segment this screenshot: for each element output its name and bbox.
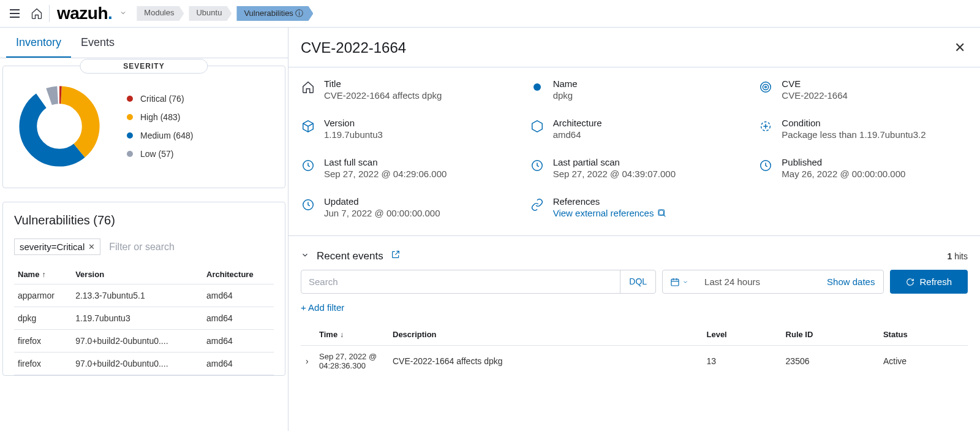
dot-icon: [127, 114, 133, 120]
home-icon[interactable]: [31, 7, 43, 20]
search-input[interactable]: Filter or search: [109, 242, 175, 253]
refresh-button[interactable]: Refresh: [890, 270, 968, 294]
tab-inventory[interactable]: Inventory: [6, 28, 71, 58]
clock-icon: [301, 197, 315, 212]
rule-id-link[interactable]: 23506: [781, 346, 878, 377]
field-version: Version1.19.7ubuntu3: [301, 118, 510, 140]
add-filter-button[interactable]: + Add filter: [288, 300, 980, 324]
svg-point-16: [659, 210, 664, 215]
dql-button[interactable]: DQL: [620, 270, 655, 293]
table-row[interactable]: › Sep 27, 2022 @ 04:28:36.300 CVE-2022-1…: [301, 346, 968, 377]
tab-events[interactable]: Events: [71, 28, 124, 58]
close-button[interactable]: ✕: [952, 37, 968, 58]
hexagon-icon: [530, 119, 545, 134]
filter-pill-severity[interactable]: severity=Critical ✕: [14, 238, 100, 255]
calendar-icon: [670, 277, 680, 287]
detail-title: CVE-2022-1664: [301, 39, 406, 56]
view-references-link[interactable]: View external references: [553, 208, 668, 218]
topbar: wazuh. Modules Ubuntu Vulnerabilities ⓘ: [0, 0, 980, 28]
chevron-down-icon: [682, 279, 688, 285]
svg-point-7: [765, 86, 767, 88]
recent-hits: 1 hits: [948, 251, 968, 261]
package-icon: [301, 119, 315, 134]
breadcrumb: Modules Ubuntu Vulnerabilities ⓘ: [137, 6, 313, 21]
divider: [49, 5, 50, 22]
svg-point-5: [761, 82, 771, 93]
severity-donut-chart: [10, 77, 108, 175]
home-icon: [301, 80, 315, 94]
target-icon: [758, 80, 773, 94]
legend-high[interactable]: High (483): [127, 112, 193, 122]
col-version[interactable]: Version: [72, 265, 203, 284]
inspect-icon: [657, 208, 667, 218]
table-row[interactable]: dpkg1.19.7ubuntu3amd64: [14, 307, 274, 330]
svg-rect-19: [671, 279, 679, 286]
dot-icon: [127, 96, 133, 102]
show-dates-button[interactable]: Show dates: [818, 270, 883, 293]
crumb-os[interactable]: Ubuntu: [189, 6, 232, 21]
dot-icon: [127, 151, 133, 157]
recent-events-title: Recent events: [317, 250, 383, 262]
sort-desc-icon: ↓: [340, 330, 344, 339]
field-title: TitleCVE-2022-1664 affects dpkg: [301, 78, 510, 101]
vulnerabilities-card: Vulnerabilities (76) severity=Critical ✕…: [2, 202, 285, 376]
svg-marker-8: [532, 121, 542, 132]
field-references: References View external references: [530, 196, 739, 218]
legend-low[interactable]: Low (57): [127, 149, 193, 159]
crumb-modules[interactable]: Modules: [137, 6, 184, 21]
legend-medium[interactable]: Medium (648): [127, 131, 193, 140]
severity-legend: Critical (76) High (483) Medium (648) Lo…: [127, 94, 193, 159]
col-rule-id[interactable]: Rule ID: [781, 324, 878, 346]
hamburger-icon: [10, 9, 20, 18]
col-status[interactable]: Status: [878, 324, 968, 346]
col-description[interactable]: Description: [388, 324, 701, 346]
table-row[interactable]: apparmor2.13.3-7ubuntu5.1amd64: [14, 284, 274, 307]
clock-icon: [758, 158, 773, 173]
open-external-icon[interactable]: [391, 250, 401, 262]
table-row[interactable]: firefox97.0+build2-0ubuntu0....amd64: [14, 353, 274, 375]
date-range[interactable]: Last 24 hours: [696, 270, 818, 293]
chevron-down-icon[interactable]: [301, 250, 309, 262]
crumb-section[interactable]: Vulnerabilities ⓘ: [236, 6, 313, 21]
tabs: Inventory Events: [0, 28, 288, 58]
refresh-icon: [906, 278, 914, 286]
dot-icon: [530, 80, 545, 94]
col-name[interactable]: Name↑: [14, 265, 72, 284]
field-name: Namedpkg: [530, 78, 739, 101]
hamburger-menu-button[interactable]: [5, 4, 24, 23]
info-icon: ⓘ: [295, 9, 303, 18]
clock-icon: [301, 158, 315, 173]
close-icon[interactable]: ✕: [88, 242, 95, 251]
vulnerabilities-heading: Vulnerabilities (76): [14, 213, 274, 227]
col-time[interactable]: Time↓: [314, 324, 388, 346]
events-search-input[interactable]: Search: [301, 270, 620, 293]
field-cve: CVECVE-2022-1664: [758, 78, 968, 101]
detail-flyout: CVE-2022-1664 ✕ TitleCVE-2022-1664 affec…: [288, 28, 980, 431]
col-level[interactable]: Level: [701, 324, 780, 346]
brand-logo: wazuh.: [57, 4, 112, 23]
events-search-box: Search DQL: [301, 270, 656, 294]
field-condition: ConditionPackage less than 1.19.7ubuntu3…: [758, 118, 968, 140]
legend-critical[interactable]: Critical (76): [127, 94, 193, 104]
expand-row-button[interactable]: ›: [301, 346, 314, 377]
field-published: PublishedMay 26, 2022 @ 00:00:00.000: [758, 157, 968, 179]
field-updated: UpdatedJun 7, 2022 @ 00:00:00.000: [301, 196, 510, 218]
svg-point-6: [763, 84, 769, 90]
col-arch[interactable]: Architecture: [203, 265, 274, 284]
table-row[interactable]: firefox97.0+build2-0ubuntu0....amd64: [14, 330, 274, 353]
svg-point-4: [533, 83, 541, 91]
field-architecture: Architectureamd64: [530, 118, 739, 140]
calendar-button[interactable]: [663, 270, 696, 293]
crosshair-icon: [758, 119, 773, 134]
field-last-full-scan: Last full scanSep 27, 2022 @ 04:29:06.00…: [301, 157, 510, 179]
severity-card: SEVERITY Critical (76) High (483) Medium…: [2, 66, 285, 188]
field-last-partial-scan: Last partial scanSep 27, 2022 @ 04:39:07…: [530, 157, 739, 179]
severity-label: SEVERITY: [80, 59, 208, 74]
clock-icon: [530, 158, 545, 173]
vulnerabilities-table: Name↑ Version Architecture apparmor2.13.…: [14, 265, 274, 375]
sort-asc-icon: ↑: [42, 270, 45, 279]
events-table: Time↓ Description Level Rule ID Status ›…: [301, 324, 968, 376]
left-pane: Inventory Events SEVERITY Critical (76) …: [0, 28, 288, 431]
link-icon: [530, 197, 545, 212]
brand-dropdown[interactable]: [119, 8, 127, 19]
